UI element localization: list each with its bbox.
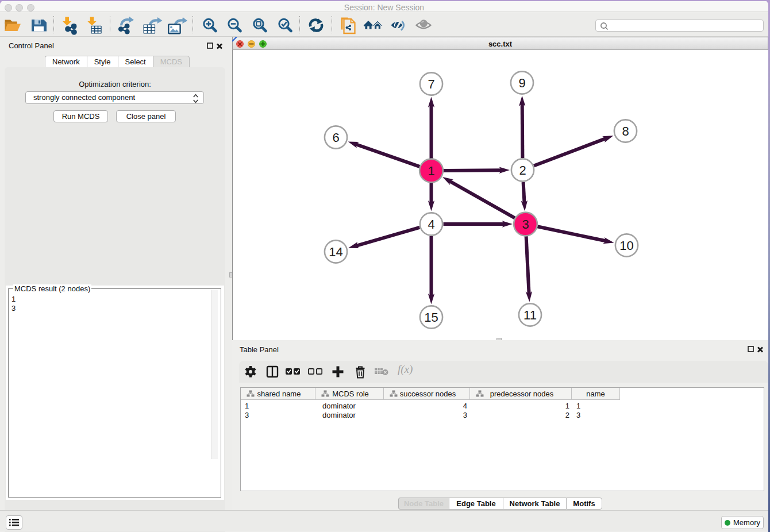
svg-text:4: 4 — [428, 217, 434, 232]
svg-text:11: 11 — [523, 308, 537, 322]
svg-text:2: 2 — [519, 163, 526, 178]
svg-text:10: 10 — [619, 238, 633, 253]
svg-text:7: 7 — [428, 77, 434, 91]
svg-text:9: 9 — [518, 76, 525, 90]
svg-text:3: 3 — [522, 217, 529, 232]
svg-text:6: 6 — [332, 130, 339, 145]
svg-text:1: 1 — [428, 164, 434, 178]
svg-text:8: 8 — [622, 124, 629, 138]
svg-text:14: 14 — [329, 245, 342, 259]
svg-text:15: 15 — [424, 310, 438, 325]
